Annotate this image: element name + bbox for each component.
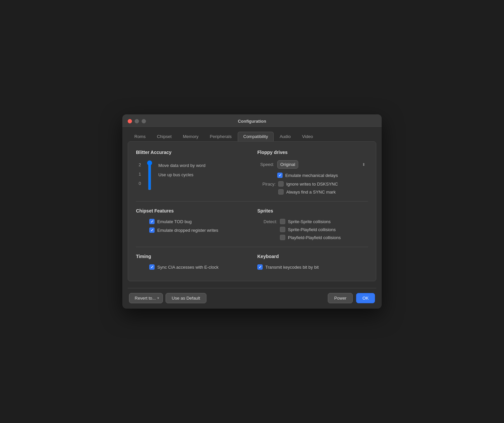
- sprite-playfield-row: Sprite-Playfield collisions: [280, 227, 341, 232]
- piracy-check-1: Ignore writes to DSKSYNC: [278, 181, 338, 187]
- revert-arrow-icon: ▾: [157, 296, 159, 300]
- power-button[interactable]: Power: [328, 293, 353, 303]
- vertical-slider-wrap: [146, 160, 153, 190]
- tod-bug-row: Emulate TOD bug: [149, 219, 247, 224]
- ignore-dsksync-label: Ignore writes to DSKSYNC: [286, 182, 338, 187]
- tab-memory[interactable]: Memory: [178, 132, 204, 141]
- maximize-button[interactable]: [142, 119, 146, 123]
- tab-compatibility[interactable]: Compatibility: [238, 132, 274, 141]
- slider-label-0: 0: [139, 179, 141, 188]
- transmit-keycodes-row: Transmit keycodes bit by bit: [257, 264, 368, 270]
- content-area: Blitter Accuracy 2 1 0 Move data word by…: [128, 141, 376, 281]
- blitter-slider[interactable]: [146, 160, 153, 190]
- sprite-playfield-checkbox[interactable]: [280, 227, 285, 232]
- playfield-playfield-row: Playfield-Playfield collisions: [280, 235, 341, 240]
- bottom-sections: Timing Sync CIA accesses with E-clock Ke…: [136, 254, 368, 273]
- slider-label-1: 1: [139, 170, 141, 179]
- use-default-button[interactable]: Use as Default: [166, 293, 206, 303]
- configuration-window: Configuration Roms Chipset Memory Periph…: [122, 114, 382, 309]
- emulate-delays-row: Emulate mechanical delays: [277, 173, 368, 178]
- keyboard-section: Keyboard Transmit keycodes bit by bit: [257, 254, 368, 273]
- speed-label: Speed:: [257, 162, 274, 167]
- traffic-lights: [128, 119, 146, 123]
- detect-checks: Sprite-Sprite collisions Sprite-Playfiel…: [280, 219, 341, 240]
- window-title: Configuration: [238, 119, 266, 124]
- footer-left: Revert to... ▾ Use as Default: [129, 293, 206, 303]
- detect-label: Detect:: [257, 219, 277, 224]
- floppy-title: Floppy drives: [257, 150, 368, 155]
- footer: Revert to... ▾ Use as Default Power OK: [122, 288, 382, 309]
- emulate-delays-label: Emulate mechanical delays: [285, 173, 338, 178]
- transmit-keycodes-checkbox[interactable]: [257, 264, 263, 270]
- sprite-sprite-checkbox[interactable]: [280, 219, 285, 224]
- dropped-register-row: Emulate dropped register writes: [149, 227, 247, 233]
- blitter-accuracy-section: Blitter Accuracy 2 1 0 Move data word by…: [136, 150, 247, 195]
- speed-select[interactable]: Original 100% 200% 400% 800%: [277, 160, 298, 169]
- blitter-title: Blitter Accuracy: [136, 150, 247, 155]
- divider-2: [136, 247, 368, 247]
- slider-label-2: 2: [139, 160, 141, 170]
- ok-button[interactable]: OK: [356, 293, 375, 303]
- speed-select-wrap: Original 100% 200% 400% 800%: [277, 160, 368, 169]
- timing-title: Timing: [136, 254, 247, 259]
- divider-1: [136, 201, 368, 202]
- titlebar: Configuration: [122, 114, 382, 128]
- middle-sections: Chipset Features Emulate TOD bug Emulate…: [136, 208, 368, 240]
- piracy-check-2: Always find a SYNC mark: [278, 189, 338, 195]
- sprite-sprite-row: Sprite-Sprite collisions: [280, 219, 341, 224]
- piracy-row: Piracy: Ignore writes to DSKSYNC Always …: [257, 181, 368, 195]
- sync-cia-checkbox[interactable]: [149, 264, 155, 270]
- playfield-playfield-checkbox[interactable]: [280, 235, 285, 240]
- footer-right: Power OK: [328, 293, 375, 303]
- tod-bug-checkbox[interactable]: [149, 219, 155, 224]
- timing-section: Timing Sync CIA accesses with E-clock: [136, 254, 247, 273]
- always-sync-checkbox[interactable]: [278, 189, 284, 195]
- always-sync-label: Always find a SYNC mark: [286, 190, 336, 195]
- piracy-label: Piracy:: [257, 181, 276, 187]
- revert-button[interactable]: Revert to... ▾: [129, 293, 163, 303]
- sprite-sprite-label: Sprite-Sprite collisions: [288, 219, 331, 224]
- tab-peripherals[interactable]: Peripherals: [204, 132, 237, 141]
- tab-roms[interactable]: Roms: [129, 132, 151, 141]
- dropped-register-label: Emulate dropped register writes: [157, 228, 218, 233]
- slider-descriptions: Move data word by word Use up bus cycles: [158, 160, 205, 180]
- slider-desc-1: Use up bus cycles: [158, 170, 205, 180]
- sprite-playfield-label: Sprite-Playfield collisions: [288, 227, 336, 232]
- minimize-button[interactable]: [135, 119, 139, 123]
- slider-labels: 2 1 0: [139, 160, 141, 188]
- blitter-slider-area: 2 1 0 Move data word by word Use up bus …: [139, 160, 247, 190]
- emulate-delays-checkbox[interactable]: [277, 173, 283, 178]
- top-sections: Blitter Accuracy 2 1 0 Move data word by…: [136, 150, 368, 195]
- tabs-bar: Roms Chipset Memory Peripherals Compatib…: [122, 128, 382, 141]
- transmit-keycodes-label: Transmit keycodes bit by bit: [265, 265, 319, 270]
- chipset-features-section: Chipset Features Emulate TOD bug Emulate…: [136, 208, 247, 240]
- close-button[interactable]: [128, 119, 132, 123]
- sync-cia-row: Sync CIA accesses with E-clock: [149, 264, 247, 270]
- tab-chipset[interactable]: Chipset: [152, 132, 177, 141]
- sprites-title: Sprites: [257, 208, 368, 213]
- tab-audio[interactable]: Audio: [274, 132, 296, 141]
- playfield-playfield-label: Playfield-Playfield collisions: [288, 235, 341, 240]
- revert-label: Revert to...: [135, 296, 156, 301]
- sprites-section: Sprites Detect: Sprite-Sprite collisions…: [257, 208, 368, 240]
- speed-row: Speed: Original 100% 200% 400% 800%: [257, 160, 368, 169]
- chipset-features-title: Chipset Features: [136, 208, 247, 213]
- tod-bug-label: Emulate TOD bug: [157, 219, 192, 224]
- slider-desc-0: Move data word by word: [158, 161, 205, 170]
- detect-row: Detect: Sprite-Sprite collisions Sprite-…: [257, 219, 368, 240]
- sync-cia-label: Sync CIA accesses with E-clock: [157, 265, 218, 270]
- floppy-drives-section: Floppy drives Speed: Original 100% 200% …: [257, 150, 368, 195]
- ignore-dsksync-checkbox[interactable]: [278, 181, 284, 187]
- keyboard-title: Keyboard: [257, 254, 368, 259]
- tab-video[interactable]: Video: [297, 132, 318, 141]
- dropped-register-checkbox[interactable]: [149, 227, 155, 233]
- piracy-checks: Ignore writes to DSKSYNC Always find a S…: [278, 181, 338, 195]
